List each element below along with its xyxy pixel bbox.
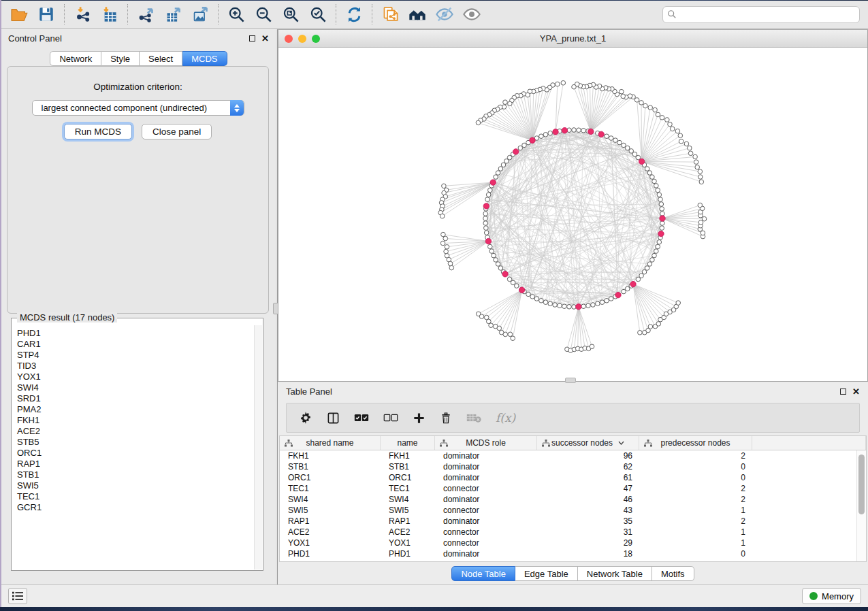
status-bar: Memory [1,584,868,607]
float-panel-icon[interactable] [840,389,846,395]
zoom-out-button[interactable] [250,3,277,26]
table-row[interactable]: YOX1YOX1connector291 [280,538,856,548]
function-builder-button[interactable]: f(x) [496,411,515,425]
task-history-button[interactable] [8,588,27,604]
save-session-button[interactable] [33,3,60,26]
list-item[interactable]: ACE2 [17,426,254,437]
memory-button[interactable]: Memory [802,588,861,604]
table-row[interactable]: ACE2ACE2connector311 [280,527,856,538]
show-columns-button[interactable] [327,412,340,425]
list-item[interactable]: GCR1 [17,502,254,513]
main-toolbar [1,1,868,29]
horizontal-splitter-handle[interactable] [565,378,576,383]
list-item[interactable]: STB1 [17,469,254,480]
list-item[interactable]: YOX1 [17,371,254,382]
table-row[interactable]: ORC1ORC1dominator610 [280,472,856,483]
refresh-view-button[interactable] [340,3,368,26]
tab-edge-table[interactable]: Edge Table [515,566,578,581]
first-neighbors-button[interactable] [404,3,431,26]
list-item[interactable]: TEC1 [17,491,254,502]
list-item[interactable]: SWI4 [17,382,254,393]
tab-style[interactable]: Style [101,51,140,66]
table-scrollbar[interactable] [856,450,866,561]
list-icon [12,591,24,601]
split-columns-icon [327,412,340,425]
table-row[interactable]: RAP1RAP1dominator352 [280,516,856,527]
column-header-shared-name[interactable]: shared name [280,436,381,450]
deselect-all-rows-button[interactable] [383,413,398,423]
table-row[interactable]: TEC1TEC1connector472 [280,483,856,494]
open-file-button[interactable] [5,3,33,26]
add-column-button[interactable] [413,412,425,425]
column-header-predecessor-nodes[interactable]: predecessor nodes [639,436,752,450]
list-item[interactable]: PMA2 [17,404,254,415]
list-item[interactable]: RAP1 [17,459,254,469]
table-row[interactable]: SWI5SWI5connector431 [280,505,856,516]
network-graph[interactable] [278,48,868,382]
hide-selected-button[interactable] [431,3,458,26]
run-mcds-button[interactable]: Run MCDS [64,124,132,139]
column-settings-button[interactable] [299,411,312,425]
list-item[interactable]: STP4 [17,350,254,361]
list-scrollbar[interactable] [254,325,262,569]
list-item[interactable]: STB5 [17,437,254,448]
hierarchy-icon [644,440,652,447]
column-header-successor-nodes[interactable]: successor nodes [537,436,639,450]
table-row[interactable]: FKH1FKH1dominator962 [280,450,856,461]
zoom-in-button[interactable] [223,3,250,26]
delete-column-button[interactable] [440,412,452,425]
export-network-button[interactable] [132,3,159,26]
optimization-criterion-label: Optimization criterion: [7,82,268,92]
table-row[interactable]: STB1STB1dominator620 [280,461,856,472]
clone-network-button[interactable] [376,3,404,26]
tab-network[interactable]: Network [50,51,101,66]
list-item[interactable]: SWI5 [17,480,254,491]
float-panel-icon[interactable] [249,35,255,42]
list-item[interactable]: TID3 [17,361,254,371]
close-panel-icon[interactable]: ✕ [852,387,860,396]
export-image-button[interactable] [187,3,214,26]
sort-descending-icon [618,441,624,445]
column-header-name[interactable]: name [381,436,435,450]
tab-select[interactable]: Select [140,51,182,66]
toolbar-separator [218,4,219,24]
network-window-title: YPA_prune.txt_1 [278,33,867,44]
column-header-mcds-role[interactable]: MCDS role [435,436,537,450]
import-network-button[interactable] [69,3,96,26]
table-row[interactable]: PHD1PHD1dominator180 [280,548,856,559]
import-table-button[interactable] [96,3,123,26]
network-view-window: YPA_prune.txt_1 [278,29,868,382]
table-toolbar: f(x) [286,403,860,433]
screen: Control Panel ✕ Network Style Select MCD… [0,0,868,611]
show-all-button[interactable] [458,3,485,26]
criterion-dropdown[interactable]: largest connected component (undirected) [32,100,244,116]
network-window-titlebar[interactable]: YPA_prune.txt_1 [278,30,867,48]
list-item[interactable]: SRD1 [17,393,254,404]
select-all-rows-button[interactable] [354,413,369,423]
mcds-result-list[interactable]: PHD1 CAR1 STP4 TID3 YOX1 SWI4 SRD1 PMA2 … [12,325,254,569]
close-panel-button[interactable]: Close panel [142,124,212,139]
search-input[interactable] [662,6,860,23]
scrollbar-thumb[interactable] [858,455,865,514]
node-table: shared name name MCDS role successor nod… [279,435,867,562]
list-item[interactable]: ORC1 [17,448,254,459]
delete-table-icon [466,412,481,423]
delete-table-button[interactable] [466,412,481,423]
list-item[interactable]: PHD1 [17,328,254,339]
export-table-button[interactable] [159,3,187,26]
export-network-icon [137,5,155,24]
toolbar-separator [64,4,65,24]
list-item[interactable]: FKH1 [17,415,254,426]
zoom-fit-button[interactable] [277,3,304,26]
memory-label: Memory [822,591,854,601]
zoom-selected-button[interactable] [304,3,332,26]
tab-network-table[interactable]: Network Table [578,566,652,581]
list-item[interactable]: CAR1 [17,339,254,350]
tab-mcds[interactable]: MCDS [182,51,227,66]
close-panel-icon[interactable]: ✕ [261,34,269,43]
table-row[interactable]: SWI4SWI4dominator462 [280,494,856,505]
tab-motifs[interactable]: Motifs [652,566,694,581]
network-canvas[interactable] [278,48,867,381]
tab-node-table[interactable]: Node Table [451,566,515,581]
control-panel-header: Control Panel ✕ [1,29,276,47]
